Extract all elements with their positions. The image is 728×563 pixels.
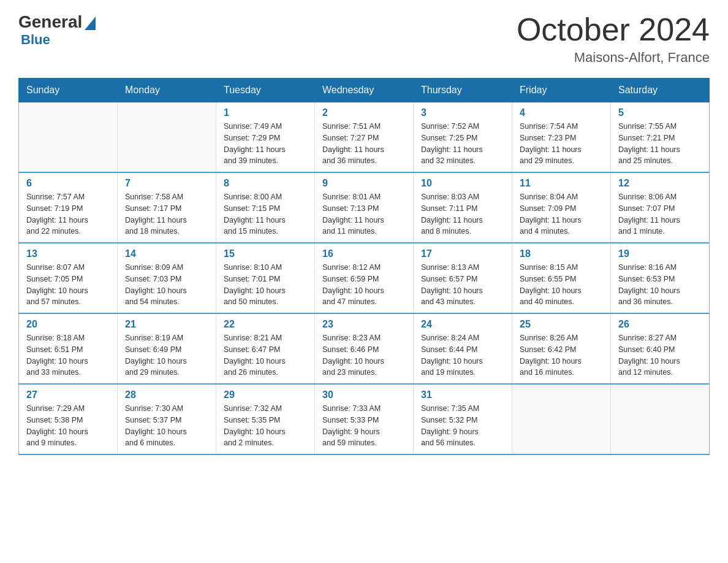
page-header: General Blue October 2024 Maisons-Alfort… bbox=[18, 12, 710, 66]
day-number: 27 bbox=[26, 389, 110, 400]
logo: General Blue bbox=[18, 12, 96, 48]
calendar-cell: 16Sunrise: 8:12 AMSunset: 6:59 PMDayligh… bbox=[315, 243, 414, 313]
calendar-cell bbox=[118, 102, 216, 173]
calendar-cell: 28Sunrise: 7:30 AMSunset: 5:37 PMDayligh… bbox=[118, 384, 216, 454]
page-title: October 2024 bbox=[517, 12, 710, 47]
day-number: 7 bbox=[125, 178, 208, 189]
week-row-4: 20Sunrise: 8:18 AMSunset: 6:51 PMDayligh… bbox=[19, 313, 710, 384]
day-info: Sunrise: 8:13 AMSunset: 6:57 PMDaylight:… bbox=[421, 262, 504, 308]
calendar-header: SundayMondayTuesdayWednesdayThursdayFrid… bbox=[19, 79, 710, 102]
day-info: Sunrise: 8:23 AMSunset: 6:46 PMDaylight:… bbox=[322, 332, 406, 378]
day-number: 30 bbox=[322, 389, 406, 400]
day-number: 21 bbox=[125, 319, 208, 330]
week-row-3: 13Sunrise: 8:07 AMSunset: 7:05 PMDayligh… bbox=[19, 243, 710, 313]
header-tuesday: Tuesday bbox=[216, 79, 315, 102]
day-info: Sunrise: 7:55 AMSunset: 7:21 PMDaylight:… bbox=[618, 121, 702, 167]
header-wednesday: Wednesday bbox=[315, 79, 414, 102]
day-number: 25 bbox=[520, 319, 603, 330]
day-number: 29 bbox=[224, 389, 307, 400]
calendar-cell: 17Sunrise: 8:13 AMSunset: 6:57 PMDayligh… bbox=[414, 243, 512, 313]
logo-general: General bbox=[18, 12, 82, 32]
calendar-cell: 29Sunrise: 7:32 AMSunset: 5:35 PMDayligh… bbox=[216, 384, 315, 454]
calendar-cell: 11Sunrise: 8:04 AMSunset: 7:09 PMDayligh… bbox=[512, 172, 611, 243]
header-sunday: Sunday bbox=[19, 79, 118, 102]
calendar-cell bbox=[512, 384, 611, 454]
day-number: 6 bbox=[26, 178, 110, 189]
calendar-cell: 23Sunrise: 8:23 AMSunset: 6:46 PMDayligh… bbox=[315, 313, 414, 384]
day-info: Sunrise: 7:51 AMSunset: 7:27 PMDaylight:… bbox=[322, 121, 406, 167]
calendar-cell: 12Sunrise: 8:06 AMSunset: 7:07 PMDayligh… bbox=[611, 172, 710, 243]
day-number: 5 bbox=[618, 107, 702, 118]
day-info: Sunrise: 8:09 AMSunset: 7:03 PMDaylight:… bbox=[125, 262, 208, 308]
day-info: Sunrise: 8:00 AMSunset: 7:15 PMDaylight:… bbox=[224, 191, 307, 237]
day-number: 1 bbox=[224, 107, 307, 118]
day-number: 4 bbox=[520, 107, 603, 118]
day-number: 23 bbox=[322, 319, 406, 330]
day-number: 3 bbox=[421, 107, 504, 118]
calendar-cell: 7Sunrise: 7:58 AMSunset: 7:17 PMDaylight… bbox=[118, 172, 216, 243]
day-info: Sunrise: 8:04 AMSunset: 7:09 PMDaylight:… bbox=[520, 191, 603, 237]
day-info: Sunrise: 8:26 AMSunset: 6:42 PMDaylight:… bbox=[520, 332, 603, 378]
day-number: 17 bbox=[421, 248, 504, 259]
calendar-cell: 19Sunrise: 8:16 AMSunset: 6:53 PMDayligh… bbox=[611, 243, 710, 313]
week-row-1: 1Sunrise: 7:49 AMSunset: 7:29 PMDaylight… bbox=[19, 102, 710, 173]
day-info: Sunrise: 7:30 AMSunset: 5:37 PMDaylight:… bbox=[125, 403, 208, 449]
calendar-cell: 6Sunrise: 7:57 AMSunset: 7:19 PMDaylight… bbox=[19, 172, 118, 243]
day-info: Sunrise: 7:58 AMSunset: 7:17 PMDaylight:… bbox=[125, 191, 208, 237]
logo-triangle-icon bbox=[85, 17, 96, 30]
title-area: October 2024 Maisons-Alfort, France bbox=[517, 12, 710, 66]
header-monday: Monday bbox=[118, 79, 216, 102]
calendar-cell: 31Sunrise: 7:35 AMSunset: 5:32 PMDayligh… bbox=[414, 384, 512, 454]
day-number: 14 bbox=[125, 248, 208, 259]
day-info: Sunrise: 8:24 AMSunset: 6:44 PMDaylight:… bbox=[421, 332, 504, 378]
day-number: 13 bbox=[26, 248, 110, 259]
header-thursday: Thursday bbox=[414, 79, 512, 102]
calendar-cell: 10Sunrise: 8:03 AMSunset: 7:11 PMDayligh… bbox=[414, 172, 512, 243]
day-info: Sunrise: 8:10 AMSunset: 7:01 PMDaylight:… bbox=[224, 262, 307, 308]
day-number: 8 bbox=[224, 178, 307, 189]
calendar-cell: 20Sunrise: 8:18 AMSunset: 6:51 PMDayligh… bbox=[19, 313, 118, 384]
calendar-cell: 18Sunrise: 8:15 AMSunset: 6:55 PMDayligh… bbox=[512, 243, 611, 313]
day-number: 19 bbox=[618, 248, 702, 259]
week-row-2: 6Sunrise: 7:57 AMSunset: 7:19 PMDaylight… bbox=[19, 172, 710, 243]
calendar-cell: 15Sunrise: 8:10 AMSunset: 7:01 PMDayligh… bbox=[216, 243, 315, 313]
calendar-cell: 8Sunrise: 8:00 AMSunset: 7:15 PMDaylight… bbox=[216, 172, 315, 243]
day-number: 10 bbox=[421, 178, 504, 189]
calendar-cell: 26Sunrise: 8:27 AMSunset: 6:40 PMDayligh… bbox=[611, 313, 710, 384]
calendar-cell bbox=[19, 102, 118, 173]
calendar-table: SundayMondayTuesdayWednesdayThursdayFrid… bbox=[18, 78, 710, 455]
calendar-cell: 5Sunrise: 7:55 AMSunset: 7:21 PMDaylight… bbox=[611, 102, 710, 173]
day-info: Sunrise: 7:54 AMSunset: 7:23 PMDaylight:… bbox=[520, 121, 603, 167]
day-number: 20 bbox=[26, 319, 110, 330]
day-info: Sunrise: 8:07 AMSunset: 7:05 PMDaylight:… bbox=[26, 262, 110, 308]
day-info: Sunrise: 8:21 AMSunset: 6:47 PMDaylight:… bbox=[224, 332, 307, 378]
day-info: Sunrise: 8:15 AMSunset: 6:55 PMDaylight:… bbox=[520, 262, 603, 308]
calendar-cell: 21Sunrise: 8:19 AMSunset: 6:49 PMDayligh… bbox=[118, 313, 216, 384]
calendar-cell: 25Sunrise: 8:26 AMSunset: 6:42 PMDayligh… bbox=[512, 313, 611, 384]
header-saturday: Saturday bbox=[611, 79, 710, 102]
calendar-cell bbox=[611, 384, 710, 454]
day-number: 28 bbox=[125, 389, 208, 400]
day-info: Sunrise: 7:52 AMSunset: 7:25 PMDaylight:… bbox=[421, 121, 504, 167]
day-info: Sunrise: 8:16 AMSunset: 6:53 PMDaylight:… bbox=[618, 262, 702, 308]
logo-blue: Blue bbox=[21, 32, 50, 48]
day-number: 24 bbox=[421, 319, 504, 330]
day-info: Sunrise: 8:19 AMSunset: 6:49 PMDaylight:… bbox=[125, 332, 208, 378]
calendar-cell: 24Sunrise: 8:24 AMSunset: 6:44 PMDayligh… bbox=[414, 313, 512, 384]
day-info: Sunrise: 7:29 AMSunset: 5:38 PMDaylight:… bbox=[26, 403, 110, 449]
day-number: 31 bbox=[421, 389, 504, 400]
day-number: 26 bbox=[618, 319, 702, 330]
calendar-body: 1Sunrise: 7:49 AMSunset: 7:29 PMDaylight… bbox=[19, 102, 710, 455]
day-number: 16 bbox=[322, 248, 406, 259]
header-friday: Friday bbox=[512, 79, 611, 102]
calendar-cell: 30Sunrise: 7:33 AMSunset: 5:33 PMDayligh… bbox=[315, 384, 414, 454]
day-number: 2 bbox=[322, 107, 406, 118]
day-info: Sunrise: 7:32 AMSunset: 5:35 PMDaylight:… bbox=[224, 403, 307, 449]
day-info: Sunrise: 8:06 AMSunset: 7:07 PMDaylight:… bbox=[618, 191, 702, 237]
calendar-cell: 4Sunrise: 7:54 AMSunset: 7:23 PMDaylight… bbox=[512, 102, 611, 173]
day-number: 12 bbox=[618, 178, 702, 189]
day-info: Sunrise: 7:33 AMSunset: 5:33 PMDaylight:… bbox=[322, 403, 406, 449]
calendar-cell: 1Sunrise: 7:49 AMSunset: 7:29 PMDaylight… bbox=[216, 102, 315, 173]
day-number: 9 bbox=[322, 178, 406, 189]
day-info: Sunrise: 7:49 AMSunset: 7:29 PMDaylight:… bbox=[224, 121, 307, 167]
